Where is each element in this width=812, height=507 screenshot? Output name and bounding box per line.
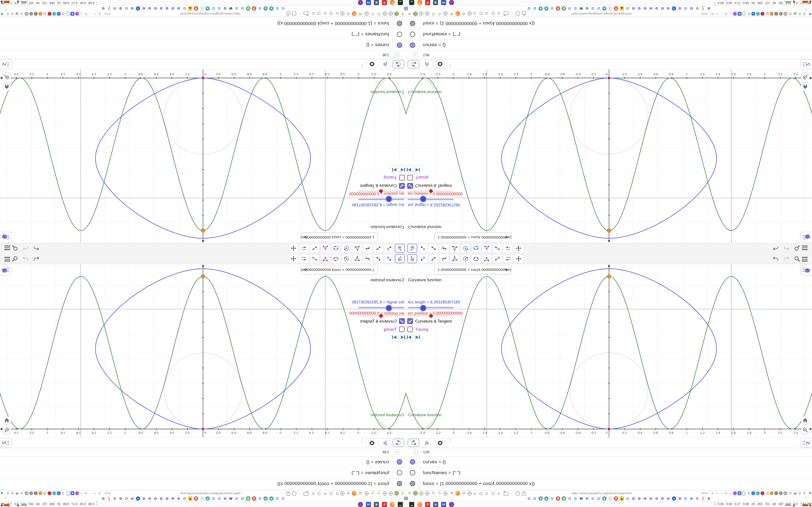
tool-slider[interactable]: a=2 [299, 254, 309, 263]
favicon-google[interactable]: G [591, 496, 595, 501]
taskbar-app-screenshot[interactable]: ▣ [374, 502, 379, 507]
tool-line-red-point[interactable] [493, 254, 502, 263]
favicon-geogebra[interactable]: ✿ [649, 496, 653, 501]
tool-intersect-curve[interactable] [363, 244, 373, 253]
favicon-geogebra[interactable]: ✿ [142, 6, 146, 11]
plus-blue-icon[interactable]: + [57, 12, 61, 16]
tool-select[interactable] [395, 244, 405, 253]
tool-ellipse[interactable] [471, 244, 481, 253]
expression-text[interactable]: funcs = {1.000000000000 + cos(4.00000000… [423, 21, 535, 26]
globe-icon[interactable] [389, 491, 393, 496]
globe-gray-icon[interactable]: ⚙ [19, 11, 24, 16]
favicon-geogebra[interactable]: ✿ [147, 496, 152, 501]
trash-icon[interactable]: ▥ [765, 491, 770, 496]
visibility-toggle[interactable] [410, 481, 415, 486]
favicon-yandex[interactable]: Я [614, 496, 618, 501]
circle-icon[interactable] [492, 492, 495, 495]
globe-icon[interactable] [340, 11, 345, 16]
favicon-geogebra[interactable]: ✿ [118, 6, 123, 11]
dot-icon[interactable] [473, 493, 476, 495]
folder-icon[interactable] [304, 492, 308, 496]
orange-curve-point[interactable] [607, 275, 611, 278]
tool-polygon[interactable] [352, 254, 362, 263]
favicon-yandex[interactable]: Я [556, 496, 560, 501]
favicon-geogebra[interactable]: ✿ [176, 496, 181, 501]
tool-ellipse[interactable] [331, 254, 341, 263]
dot-icon[interactable] [324, 493, 326, 495]
kebab-menu-icon[interactable]: ⋮ [361, 65, 364, 67]
globe-icon[interactable] [425, 11, 429, 16]
favicon-google[interactable]: G [532, 496, 537, 501]
favicon-geogebra[interactable]: ✿ [654, 6, 659, 11]
lock-icon[interactable] [286, 493, 290, 496]
kebab-menu-icon[interactable]: ⋮ [448, 65, 451, 67]
favicon-geogebra[interactable]: ✿ [170, 6, 175, 11]
taskbar-app-screenshot[interactable]: ▣ [433, 502, 438, 507]
taskbar-app-screenshot[interactable]: ▣ [433, 0, 438, 5]
dot-icon[interactable] [324, 12, 326, 14]
favicon-info[interactable]: i [200, 6, 204, 10]
favicon-google[interactable]: G [567, 496, 572, 501]
visibility-toggle[interactable] [410, 32, 415, 37]
favicon-geogebra[interactable]: ✿ [130, 6, 134, 11]
taskbar-app-mask[interactable]: ☺ [358, 502, 363, 507]
zoom-in-icon[interactable] [801, 426, 809, 434]
stop-red-icon[interactable] [48, 491, 51, 495]
favicon-fred[interactable]: f [107, 496, 111, 501]
favicon-geogebra[interactable]: ✿ [130, 496, 134, 501]
arc-position-slider-knob[interactable] [379, 314, 383, 318]
favicon-geogebra[interactable]: ✿ [666, 6, 670, 11]
undo-button[interactable] [771, 244, 780, 252]
firefox-icon[interactable] [352, 491, 357, 496]
favicon-google[interactable]: G [258, 496, 262, 501]
favicon-geogebra[interactable]: ✿ [643, 6, 647, 11]
favicon-google[interactable]: G [240, 496, 245, 501]
circle-icon[interactable] [329, 492, 333, 495]
url-text[interactable]: https://www.geogebra.org/classic/aagcxh3… [565, 491, 638, 495]
firefox-icon[interactable] [455, 11, 460, 16]
circle-icon[interactable] [479, 492, 483, 495]
wrench-icon[interactable]: ⚙ [797, 11, 802, 16]
globe-icon[interactable] [389, 11, 393, 16]
star-icon[interactable]: ☆ [93, 11, 97, 16]
favicon-google[interactable]: G [281, 496, 285, 501]
tool-point-label[interactable]: A [418, 244, 428, 253]
reload-icon[interactable]: ↻ [376, 11, 381, 16]
tool-move-canvas[interactable] [289, 244, 298, 253]
arc-position-slider-knob[interactable] [429, 314, 433, 318]
expression-text[interactable]: funcNames = {" "} [351, 32, 389, 37]
download-icon[interactable]: ↓ [79, 11, 84, 16]
plus-blue-icon[interactable]: + [751, 12, 755, 16]
tool-line[interactable] [373, 254, 383, 263]
mouse-icon[interactable] [742, 491, 745, 496]
favicon-ball[interactable]: ● [205, 496, 210, 501]
badge-icon[interactable]: U [24, 491, 29, 495]
taskbar-app-floppy64[interactable]: 64 [366, 0, 371, 5]
favicon-gear[interactable]: ⚙ [113, 6, 117, 11]
favicon-google[interactable]: G [182, 496, 187, 501]
visibility-toggle[interactable] [397, 470, 402, 475]
shield-gray-icon[interactable] [779, 491, 783, 495]
mouse-icon[interactable] [67, 491, 70, 496]
taskbar-app-settings-red[interactable]: ⚙ [425, 502, 430, 507]
tool-angle[interactable] [482, 254, 492, 263]
lock-icon[interactable] [522, 493, 526, 496]
favicon-geogebra[interactable]: ✿ [631, 6, 636, 11]
function-editor-icon[interactable]: fx [421, 60, 433, 68]
function-dropdown[interactable]: 1.000000000000 + cos(4.000000000000 x) [435, 233, 511, 242]
favicon-yandex[interactable]: Я [614, 6, 618, 11]
taskbar-app-mask[interactable]: ☺ [449, 502, 454, 507]
taskbar-app-terminal[interactable]: ▂ [398, 502, 403, 507]
favicon-info[interactable]: i [608, 6, 612, 10]
taskbar-app-settings-red[interactable]: ⚙ [382, 502, 387, 507]
lock-icon[interactable] [522, 11, 526, 14]
globe-icon[interactable] [425, 491, 429, 496]
reload-icon[interactable]: ↻ [431, 491, 436, 496]
download-icon[interactable]: ↓ [728, 11, 733, 16]
tool-circle-center[interactable] [461, 244, 470, 253]
arc-position-slider-knob[interactable] [429, 189, 433, 193]
shield-cyan-icon[interactable]: ↓ [756, 491, 760, 495]
stop-red-icon[interactable] [761, 491, 764, 495]
favicon-google[interactable]: G [597, 496, 601, 501]
tool-angle[interactable] [320, 244, 330, 253]
